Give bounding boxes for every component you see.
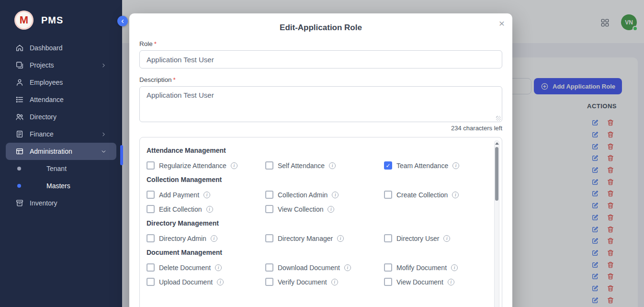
permission-item: Create Collectioni <box>384 191 486 199</box>
info-icon[interactable]: i <box>452 162 459 169</box>
sidebar-item-label: Employees <box>30 79 63 86</box>
info-icon[interactable]: i <box>211 235 217 242</box>
checkbox[interactable] <box>265 205 273 213</box>
sidebar-item-inventory[interactable]: Inventory <box>6 194 116 212</box>
permissions-scrollbar[interactable] <box>494 140 499 307</box>
sidebar-item-employees[interactable]: Employees <box>6 74 116 91</box>
sidebar-item-finance[interactable]: Finance <box>6 125 116 143</box>
checkbox[interactable] <box>147 191 155 199</box>
info-icon[interactable]: i <box>451 264 458 271</box>
info-icon[interactable]: i <box>443 235 450 242</box>
people-icon <box>15 113 24 121</box>
permission-label: Download Document <box>278 264 340 272</box>
sidebar-item-label: Masters <box>46 182 70 190</box>
permission-section-title: Collection Management <box>147 176 486 183</box>
permission-label: Regularize Attendance <box>159 162 226 170</box>
checkbox[interactable] <box>147 161 155 170</box>
sidebar-item-projects[interactable]: Projects <box>6 57 116 74</box>
permission-label: Upload Document <box>159 278 213 286</box>
info-icon[interactable]: i <box>448 279 454 285</box>
info-icon[interactable]: i <box>329 162 336 169</box>
sidebar-item-dashboard[interactable]: Dashboard <box>6 39 116 57</box>
sidebar-item-label: Attendance <box>30 96 64 103</box>
required-asterisk: * <box>173 76 176 83</box>
info-icon[interactable]: i <box>328 206 334 213</box>
checkbox[interactable] <box>384 234 392 242</box>
sidebar-nav: DashboardProjectsEmployeesAttendanceDire… <box>0 39 122 212</box>
permissions-content: Attendance ManagementRegularize Attendan… <box>147 147 486 286</box>
permission-label: Create Collection <box>396 191 448 199</box>
sidebar-item-label: Inventory <box>30 199 57 207</box>
permission-label: Verify Document <box>278 278 327 286</box>
app-name: PMS <box>41 15 63 26</box>
permission-label: Team Attendance <box>396 162 448 170</box>
permission-grid: Add PaymentiCollection AdminiCreate Coll… <box>147 191 486 213</box>
checkbox[interactable] <box>147 234 155 242</box>
permission-label: Directory Manager <box>278 235 333 242</box>
home-icon <box>15 44 24 52</box>
checkbox[interactable] <box>265 161 273 170</box>
info-icon[interactable]: i <box>206 206 213 213</box>
sidebar-item-tenant[interactable]: Tenant <box>6 160 116 177</box>
sidebar-item-masters[interactable]: Masters <box>6 177 116 194</box>
permission-grid: Regularize AttendanceiSelf Attendancei✓T… <box>147 161 486 170</box>
sidebar-item-attendance[interactable]: Attendance <box>6 91 116 108</box>
info-icon[interactable]: i <box>231 162 237 169</box>
info-icon[interactable]: i <box>332 192 339 198</box>
characters-left-counter: 234 characters left <box>139 125 502 132</box>
checkbox[interactable] <box>147 205 155 213</box>
checkbox[interactable] <box>384 278 392 286</box>
sidebar-item-label: Directory <box>30 113 56 121</box>
required-asterisk: * <box>154 40 157 47</box>
admin-panel-icon <box>15 147 24 156</box>
permissions-panel: Attendance ManagementRegularize Attendan… <box>139 137 502 307</box>
description-textarea[interactable]: Application Test User <box>139 86 502 122</box>
bullet-icon <box>17 184 21 188</box>
info-icon[interactable]: i <box>452 192 459 198</box>
role-input[interactable] <box>139 50 502 68</box>
checkbox[interactable] <box>384 263 392 272</box>
permission-item: Regularize Attendancei <box>147 161 265 170</box>
permission-label: Edit Collection <box>159 205 202 213</box>
sidebar-item-directory[interactable]: Directory <box>6 108 116 125</box>
permission-item: View Documenti <box>384 278 486 286</box>
checkbox[interactable] <box>265 191 273 199</box>
info-icon[interactable]: i <box>344 264 351 271</box>
sidebar-collapse-button[interactable] <box>117 16 128 26</box>
close-icon[interactable]: × <box>499 18 505 28</box>
bullet-icon <box>17 167 21 171</box>
info-icon[interactable]: i <box>203 192 210 198</box>
info-icon[interactable]: i <box>215 264 222 271</box>
chevron-down-icon <box>101 148 107 155</box>
checkbox[interactable] <box>147 263 155 272</box>
permission-item: Directory Manageri <box>265 234 384 242</box>
scroll-up-arrow-icon[interactable] <box>495 142 499 145</box>
permission-label: Directory User <box>396 235 439 242</box>
sidebar-item-administration[interactable]: Administration <box>6 143 116 160</box>
app-root: M PMS DashboardProjectsEmployeesAttendan… <box>0 0 644 307</box>
checkbox[interactable] <box>384 191 392 199</box>
sidebar-item-label: Administration <box>30 148 72 155</box>
role-field-label: Role* <box>139 40 502 47</box>
chevron-right-icon <box>101 62 107 68</box>
permission-item: Delete Documenti <box>147 263 265 272</box>
info-icon[interactable]: i <box>331 279 338 285</box>
checkbox[interactable] <box>265 278 273 286</box>
checkbox-checked[interactable]: ✓ <box>384 161 392 170</box>
sidebar-item-label: Finance <box>30 130 54 138</box>
permission-item: Verify Documenti <box>265 278 384 286</box>
invoice-icon <box>15 130 24 138</box>
permission-item: Edit Collectioni <box>147 205 265 213</box>
permission-item: Directory Admini <box>147 234 265 242</box>
permission-label: Self Attendance <box>278 162 325 170</box>
permission-label: View Collection <box>278 205 323 213</box>
checkbox[interactable] <box>265 234 273 242</box>
permission-section-title: Directory Management <box>147 219 486 227</box>
info-icon[interactable]: i <box>217 279 224 285</box>
scrollbar-thumb[interactable] <box>495 147 498 201</box>
info-icon[interactable]: i <box>337 235 344 242</box>
chevron-left-icon <box>120 18 126 24</box>
checkbox[interactable] <box>265 263 273 272</box>
checkbox[interactable] <box>147 278 155 286</box>
permission-item: ✓Team Attendancei <box>384 161 486 170</box>
